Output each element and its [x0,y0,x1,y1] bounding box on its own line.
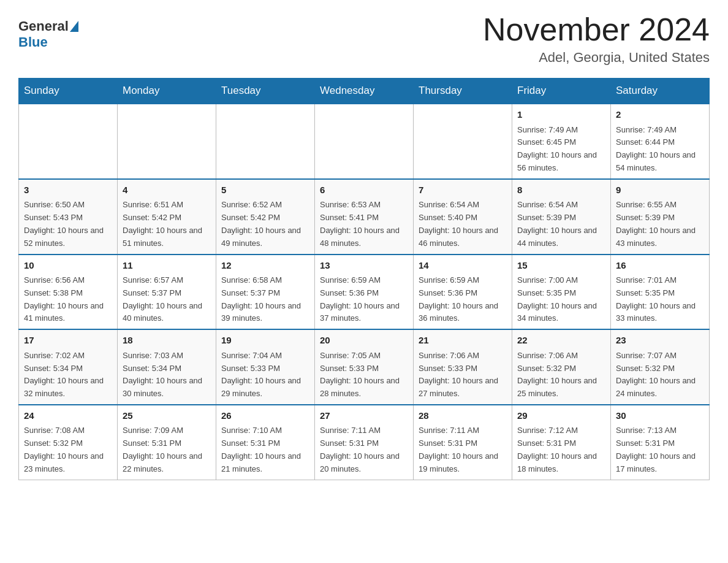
day-number: 7 [419,183,507,197]
day-number: 20 [320,334,408,348]
day-number: 22 [517,334,605,348]
day-info: Sunrise: 6:52 AM Sunset: 5:42 PM Dayligh… [221,199,309,250]
day-number: 10 [24,259,112,273]
day-info: Sunrise: 7:06 AM Sunset: 5:33 PM Dayligh… [419,350,507,400]
day-info: Sunrise: 7:08 AM Sunset: 5:32 PM Dayligh… [24,424,112,475]
day-info: Sunrise: 7:06 AM Sunset: 5:32 PM Dayligh… [517,350,605,400]
day-number: 9 [616,183,704,197]
day-info: Sunrise: 7:49 AM Sunset: 6:45 PM Dayligh… [517,124,605,175]
day-number: 3 [24,183,112,197]
calendar-day-cell [19,104,118,179]
day-info: Sunrise: 7:09 AM Sunset: 5:31 PM Dayligh… [123,424,211,475]
calendar-header-row: SundayMondayTuesdayWednesdayThursdayFrid… [19,79,710,104]
day-number: 13 [320,259,408,273]
day-info: Sunrise: 6:57 AM Sunset: 5:37 PM Dayligh… [123,274,211,325]
day-info: Sunrise: 6:53 AM Sunset: 5:41 PM Dayligh… [320,199,408,250]
calendar-day-cell: 11Sunrise: 6:57 AM Sunset: 5:37 PM Dayli… [118,255,216,330]
logo-triangle-icon [70,21,78,32]
day-info: Sunrise: 6:54 AM Sunset: 5:39 PM Dayligh… [517,199,605,250]
calendar-day-cell: 12Sunrise: 6:58 AM Sunset: 5:37 PM Dayli… [216,255,315,330]
calendar-day-cell: 4Sunrise: 6:51 AM Sunset: 5:42 PM Daylig… [118,179,216,255]
day-number: 11 [123,259,211,273]
day-number: 1 [517,108,605,122]
calendar-day-cell: 28Sunrise: 7:11 AM Sunset: 5:31 PM Dayli… [414,405,512,480]
day-info: Sunrise: 6:56 AM Sunset: 5:38 PM Dayligh… [24,274,112,325]
calendar-day-cell: 26Sunrise: 7:10 AM Sunset: 5:31 PM Dayli… [216,405,315,480]
calendar-week-row: 24Sunrise: 7:08 AM Sunset: 5:32 PM Dayli… [19,405,710,480]
day-number: 12 [221,259,309,273]
day-info: Sunrise: 7:00 AM Sunset: 5:35 PM Dayligh… [517,274,605,325]
calendar-day-cell: 18Sunrise: 7:03 AM Sunset: 5:34 PM Dayli… [118,329,216,405]
calendar-day-cell [216,104,315,179]
calendar-day-cell: 16Sunrise: 7:01 AM Sunset: 5:35 PM Dayli… [611,255,710,330]
location-title: Adel, Georgia, United States [483,50,710,66]
day-info: Sunrise: 7:49 AM Sunset: 6:44 PM Dayligh… [616,124,704,175]
day-info: Sunrise: 7:01 AM Sunset: 5:35 PM Dayligh… [616,274,704,325]
day-number: 27 [320,409,408,423]
day-info: Sunrise: 7:02 AM Sunset: 5:34 PM Dayligh… [24,350,112,400]
calendar-week-row: 10Sunrise: 6:56 AM Sunset: 5:38 PM Dayli… [19,255,710,330]
day-info: Sunrise: 6:50 AM Sunset: 5:43 PM Dayligh… [24,199,112,250]
title-area: November 2024 Adel, Georgia, United Stat… [483,12,710,66]
day-info: Sunrise: 6:55 AM Sunset: 5:39 PM Dayligh… [616,199,704,250]
day-info: Sunrise: 7:12 AM Sunset: 5:31 PM Dayligh… [517,424,605,475]
day-number: 23 [616,334,704,348]
day-number: 25 [123,409,211,423]
calendar-day-cell: 5Sunrise: 6:52 AM Sunset: 5:42 PM Daylig… [216,179,315,255]
column-header-monday: Monday [118,79,216,104]
day-info: Sunrise: 7:13 AM Sunset: 5:31 PM Dayligh… [616,424,704,475]
logo-blue-text: Blue [18,34,48,50]
calendar-day-cell: 20Sunrise: 7:05 AM Sunset: 5:33 PM Dayli… [315,329,414,405]
day-number: 5 [221,183,309,197]
day-number: 29 [517,409,605,423]
calendar-day-cell: 23Sunrise: 7:07 AM Sunset: 5:32 PM Dayli… [611,329,710,405]
day-number: 28 [419,409,507,423]
day-number: 18 [123,334,211,348]
day-info: Sunrise: 7:11 AM Sunset: 5:31 PM Dayligh… [320,424,408,475]
day-info: Sunrise: 6:59 AM Sunset: 5:36 PM Dayligh… [320,274,408,325]
calendar-day-cell: 29Sunrise: 7:12 AM Sunset: 5:31 PM Dayli… [512,405,611,480]
day-info: Sunrise: 7:11 AM Sunset: 5:31 PM Dayligh… [419,424,507,475]
calendar-day-cell: 3Sunrise: 6:50 AM Sunset: 5:43 PM Daylig… [19,179,118,255]
calendar-week-row: 3Sunrise: 6:50 AM Sunset: 5:43 PM Daylig… [19,179,710,255]
day-info: Sunrise: 7:04 AM Sunset: 5:33 PM Dayligh… [221,350,309,400]
column-header-thursday: Thursday [414,79,512,104]
day-number: 19 [221,334,309,348]
calendar-week-row: 17Sunrise: 7:02 AM Sunset: 5:34 PM Dayli… [19,329,710,405]
calendar-day-cell: 22Sunrise: 7:06 AM Sunset: 5:32 PM Dayli… [512,329,611,405]
calendar-day-cell: 27Sunrise: 7:11 AM Sunset: 5:31 PM Dayli… [315,405,414,480]
calendar-day-cell: 24Sunrise: 7:08 AM Sunset: 5:32 PM Dayli… [19,405,118,480]
calendar-day-cell: 17Sunrise: 7:02 AM Sunset: 5:34 PM Dayli… [19,329,118,405]
page-header: General Blue November 2024 Adel, Georgia… [18,12,710,66]
day-info: Sunrise: 6:59 AM Sunset: 5:36 PM Dayligh… [419,274,507,325]
day-number: 26 [221,409,309,423]
calendar-day-cell: 10Sunrise: 6:56 AM Sunset: 5:38 PM Dayli… [19,255,118,330]
day-number: 15 [517,259,605,273]
calendar-week-row: 1Sunrise: 7:49 AM Sunset: 6:45 PM Daylig… [19,104,710,179]
day-info: Sunrise: 7:07 AM Sunset: 5:32 PM Dayligh… [616,350,704,400]
day-number: 17 [24,334,112,348]
day-number: 2 [616,108,704,122]
calendar-day-cell: 14Sunrise: 6:59 AM Sunset: 5:36 PM Dayli… [414,255,512,330]
column-header-sunday: Sunday [19,79,118,104]
day-number: 14 [419,259,507,273]
day-number: 30 [616,409,704,423]
calendar-day-cell: 30Sunrise: 7:13 AM Sunset: 5:31 PM Dayli… [611,405,710,480]
calendar-day-cell: 15Sunrise: 7:00 AM Sunset: 5:35 PM Dayli… [512,255,611,330]
day-number: 6 [320,183,408,197]
day-number: 8 [517,183,605,197]
calendar-day-cell: 19Sunrise: 7:04 AM Sunset: 5:33 PM Dayli… [216,329,315,405]
day-number: 16 [616,259,704,273]
calendar-day-cell: 1Sunrise: 7:49 AM Sunset: 6:45 PM Daylig… [512,104,611,179]
calendar-day-cell: 8Sunrise: 6:54 AM Sunset: 5:39 PM Daylig… [512,179,611,255]
calendar-day-cell [414,104,512,179]
calendar-table: SundayMondayTuesdayWednesdayThursdayFrid… [18,78,710,480]
calendar-day-cell: 7Sunrise: 6:54 AM Sunset: 5:40 PM Daylig… [414,179,512,255]
column-header-friday: Friday [512,79,611,104]
calendar-day-cell: 2Sunrise: 7:49 AM Sunset: 6:44 PM Daylig… [611,104,710,179]
column-header-wednesday: Wednesday [315,79,414,104]
month-title: November 2024 [483,12,710,47]
column-header-tuesday: Tuesday [216,79,315,104]
day-info: Sunrise: 7:10 AM Sunset: 5:31 PM Dayligh… [221,424,309,475]
calendar-day-cell: 9Sunrise: 6:55 AM Sunset: 5:39 PM Daylig… [611,179,710,255]
